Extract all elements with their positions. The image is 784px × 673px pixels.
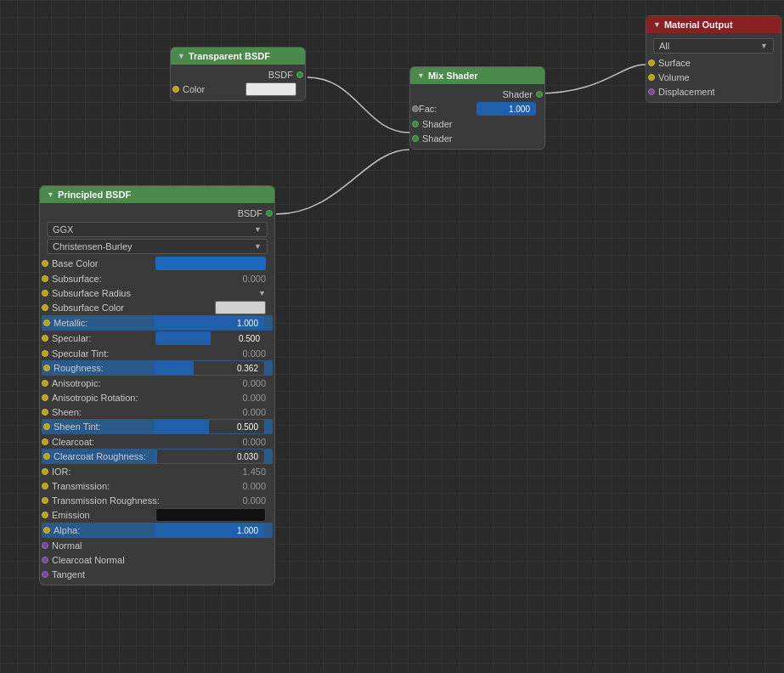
label-specular-tint: Specular Tint: (52, 348, 228, 359)
socket-emission[interactable] (42, 512, 48, 518)
mix-shader-output-label: Shader (503, 89, 533, 99)
value-roughness: 0.362 (237, 364, 261, 373)
field-transmission: Transmission: 0.000 (40, 478, 274, 493)
label-emission: Emission (52, 510, 152, 520)
socket-anisotropic[interactable] (42, 380, 48, 387)
label-roughness: Roughness: (54, 363, 150, 373)
socket-ior[interactable] (42, 468, 48, 475)
bar-metallic[interactable]: 1.000 (154, 316, 264, 330)
mix-shader2-socket[interactable] (412, 135, 419, 142)
socket-clearcoat-roughness[interactable] (43, 453, 50, 460)
material-displacement-label: Displacement (658, 87, 772, 97)
socket-roughness[interactable] (43, 365, 50, 371)
value-specular-tint: 0.000 (232, 348, 266, 359)
value-subsurface: 0.000 (232, 274, 266, 284)
bar-specular[interactable]: 0.500 (155, 331, 266, 345)
value-alpha: 1.000 (237, 526, 261, 535)
socket-metallic[interactable] (43, 320, 50, 326)
value-anisotropic: 0.000 (232, 378, 266, 388)
collapse-icon[interactable]: ▼ (178, 52, 185, 60)
field-normal: Normal (40, 538, 274, 552)
label-normal: Normal (52, 540, 266, 551)
field-alpha: Alpha: 1.000 (42, 523, 273, 538)
transparent-color-socket[interactable] (172, 86, 179, 93)
field-ior: IOR: 1.450 (40, 464, 274, 478)
transparent-bsdf-title: Transparent BSDF (189, 51, 270, 61)
socket-alpha[interactable] (43, 527, 50, 534)
principled-cb-arrow: ▼ (254, 242, 262, 251)
bar-alpha[interactable]: 1.000 (154, 523, 264, 537)
mix-fac-label: Fac: (419, 104, 473, 114)
value-transmission-roughness: 0.000 (232, 495, 266, 506)
socket-sheen[interactable] (42, 409, 48, 416)
transparent-color-swatch[interactable] (245, 82, 296, 96)
material-output-dropdown-value: All (659, 41, 669, 51)
field-specular: Specular: 0.500 (40, 331, 274, 346)
socket-subsurface-color[interactable] (42, 304, 48, 311)
label-anisotropic-rotation: Anisotropic Rotation: (52, 393, 228, 403)
field-sheen: Sheen: 0.000 (40, 404, 274, 419)
bar-base-color[interactable] (155, 257, 266, 270)
principled-bsdf-title: Principled BSDF (58, 189, 131, 200)
socket-clearcoat-normal[interactable] (42, 557, 48, 563)
material-displacement-socket[interactable] (648, 88, 655, 95)
transparent-bsdf-output-socket[interactable] (296, 71, 303, 78)
socket-clearcoat[interactable] (42, 438, 48, 445)
field-roughness: Roughness: 0.362 (42, 360, 273, 376)
field-subsurface-radius: Subsurface Radius ▼ (40, 286, 274, 300)
label-subsurface: Subsurface: (52, 274, 228, 284)
mix-fac-value: 1.000 (509, 105, 533, 114)
socket-anisotropic-rotation[interactable] (42, 394, 48, 401)
bar-clearcoat-roughness[interactable]: 0.030 (154, 450, 264, 463)
mix-fac-socket[interactable] (412, 105, 419, 112)
material-output-dropdown[interactable]: All ▼ (653, 38, 774, 54)
socket-transmission[interactable] (42, 483, 48, 489)
mix-shader-output-socket[interactable] (536, 91, 543, 98)
principled-collapse-icon[interactable]: ▼ (47, 190, 54, 199)
socket-specular-tint[interactable] (42, 350, 48, 357)
swatch-subsurface-color[interactable] (215, 301, 266, 314)
bar-emission[interactable] (155, 508, 266, 522)
material-volume-row: Volume (646, 70, 781, 84)
socket-transmission-roughness[interactable] (42, 497, 48, 504)
label-sheen: Sheen: (52, 407, 228, 417)
material-displacement-row: Displacement (646, 84, 781, 99)
label-specular: Specular: (52, 333, 152, 343)
field-subsurface: Subsurface: 0.000 (40, 271, 274, 286)
value-transmission: 0.000 (232, 481, 266, 491)
output-collapse-icon[interactable]: ▼ (653, 20, 661, 29)
principled-dropdown-cb-label: Christensen-Burley (53, 241, 133, 252)
field-anisotropic: Anisotropic: 0.000 (40, 376, 274, 390)
mix-shader2-row: Shader (410, 131, 544, 145)
bar-sheen-tint[interactable]: 0.500 (154, 420, 264, 433)
value-anisotropic-rotation: 0.000 (232, 393, 266, 403)
socket-subsurface[interactable] (42, 275, 48, 282)
mix-collapse-icon[interactable]: ▼ (417, 71, 425, 80)
label-ior: IOR: (52, 467, 228, 477)
bar-roughness[interactable]: 0.362 (154, 361, 264, 375)
socket-normal[interactable] (42, 542, 48, 549)
mix-fac-bar[interactable]: 1.000 (477, 102, 536, 116)
label-transmission: Transmission: (52, 481, 228, 491)
label-subsurface-radius: Subsurface Radius (52, 288, 255, 298)
socket-tangent[interactable] (42, 571, 48, 578)
principled-bsdf-output-socket[interactable] (266, 210, 273, 217)
label-anisotropic: Anisotropic: (52, 378, 228, 388)
label-subsurface-color: Subsurface Color (52, 303, 212, 313)
socket-base-color[interactable] (42, 260, 48, 267)
principled-dropdown-cb[interactable]: Christensen-Burley ▼ (47, 239, 268, 254)
material-output-header: ▼ Material Output (646, 16, 781, 33)
mix-shader1-socket[interactable] (412, 121, 419, 127)
socket-specular[interactable] (42, 335, 48, 342)
material-surface-socket[interactable] (648, 59, 655, 66)
material-output-node: ▼ Material Output All ▼ Surface Volume D… (646, 15, 781, 103)
principled-dropdown-ggx[interactable]: GGX ▼ (47, 222, 268, 237)
socket-sheen-tint[interactable] (43, 423, 50, 430)
transparent-bsdf-node: ▼ Transparent BSDF BSDF Color (170, 47, 306, 101)
value-specular: 0.500 (239, 334, 262, 343)
material-volume-socket[interactable] (648, 74, 655, 81)
label-tangent: Tangent (52, 569, 266, 580)
field-tangent: Tangent (40, 567, 274, 581)
socket-subsurface-radius[interactable] (42, 290, 48, 297)
field-clearcoat-roughness: Clearcoat Roughness: 0.030 (42, 449, 273, 464)
